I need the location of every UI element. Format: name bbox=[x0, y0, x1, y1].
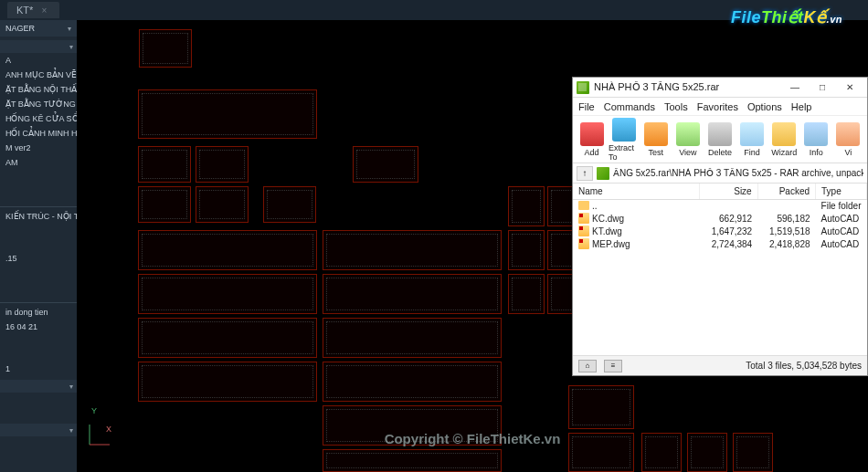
cad-sheet bbox=[196, 146, 249, 183]
cad-sheet bbox=[263, 186, 316, 223]
toolbar: AddExtract ToTestViewDeleteFindWizardInf… bbox=[573, 116, 867, 163]
cad-sheet bbox=[196, 186, 249, 223]
test-icon bbox=[644, 122, 668, 146]
menu-options[interactable]: Options bbox=[747, 101, 782, 112]
toolbar-label: Test bbox=[649, 148, 664, 157]
panel-title[interactable]: NAGER ▾ bbox=[0, 20, 77, 37]
menu-file[interactable]: File bbox=[578, 101, 595, 112]
cad-sheet bbox=[138, 230, 317, 270]
tree-item[interactable]: AM bbox=[0, 155, 77, 170]
menu-tools[interactable]: Tools bbox=[664, 101, 688, 112]
tree-item[interactable]: 16 04 21 bbox=[0, 320, 77, 334]
chevron-down-icon: ▾ bbox=[68, 25, 71, 33]
toolbar-label: View bbox=[679, 148, 696, 157]
winrar-window: NHÀ PHỐ 3 TẦNG 5x25.rar — □ ✕ File Comma… bbox=[572, 77, 868, 376]
cad-sheet bbox=[139, 29, 192, 68]
watermark-text: Copyright © FileThietKe.vn bbox=[77, 431, 868, 446]
winrar-icon bbox=[577, 81, 589, 94]
tree-item[interactable]: 1 bbox=[0, 362, 77, 376]
toolbar-label: Wizard bbox=[771, 148, 797, 157]
chevron-down-icon: ▾ bbox=[69, 383, 73, 391]
toolbar-label: Extract To bbox=[609, 143, 639, 162]
panel-collapse[interactable]: ▾ bbox=[0, 40, 77, 53]
panel-collapse[interactable]: ▾ bbox=[0, 424, 77, 436]
up-button[interactable]: ↑ bbox=[577, 166, 593, 181]
tree-item[interactable]: KIẾN TRÚC - NỘI T bbox=[0, 209, 77, 224]
file-row[interactable]: KC.dwg662,912596,182AutoCAD bbox=[573, 212, 867, 225]
folder-icon bbox=[578, 201, 589, 210]
chevron-down-icon: ▾ bbox=[69, 426, 73, 435]
toolbar-extract-to-button[interactable]: Extract To bbox=[609, 118, 639, 162]
cad-sheet bbox=[353, 146, 418, 183]
toolbar-delete-button[interactable]: Delete bbox=[704, 122, 735, 157]
add-icon bbox=[580, 122, 604, 146]
toolbar-add-button[interactable]: Add bbox=[577, 122, 607, 157]
maximize-button[interactable]: □ bbox=[809, 79, 836, 97]
col-name[interactable]: Name bbox=[573, 184, 700, 200]
menubar: File Commands Tools Favorites Options He… bbox=[573, 98, 867, 116]
toolbar-vi-button[interactable]: Vi bbox=[833, 122, 863, 157]
statusbar: ⌂ ≡ Total 3 files, 5,034,528 bytes bbox=[573, 355, 867, 375]
tree-item[interactable]: HỐNG KÊ CỬA SỔ bbox=[0, 111, 77, 126]
toolbar-info-button[interactable]: Info bbox=[801, 122, 831, 157]
window-title: NHÀ PHỐ 3 TẦNG 5x25.rar bbox=[594, 81, 781, 93]
pathbar: ↑ ẦNG 5x25.rar\NHÀ PHỐ 3 TẦNG 5x25 - RAR… bbox=[573, 163, 867, 184]
toolbar-wizard-button[interactable]: Wizard bbox=[769, 122, 799, 157]
drive-icon[interactable]: ≡ bbox=[604, 360, 622, 372]
tree-item[interactable]: ẶT BẰNG TƯỜNG XÂ bbox=[0, 97, 77, 111]
titlebar[interactable]: NHÀ PHỐ 3 TẦNG 5x25.rar — □ ✕ bbox=[573, 78, 867, 98]
close-button[interactable]: ✕ bbox=[836, 79, 863, 97]
cad-sheet bbox=[138, 186, 191, 223]
extract-to-icon bbox=[612, 118, 636, 142]
toolbar-label: Find bbox=[744, 148, 760, 157]
delete-icon bbox=[708, 122, 732, 146]
toolbar-label: Delete bbox=[708, 148, 732, 157]
panel-title-label: NAGER bbox=[5, 24, 35, 33]
cad-sheet bbox=[138, 274, 317, 314]
info-icon bbox=[804, 122, 828, 146]
tree-item[interactable]: ANH MỤC BẢN VẼ bbox=[0, 68, 77, 82]
drive-icon[interactable]: ⌂ bbox=[578, 360, 597, 372]
file-row[interactable]: MEP.dwg2,724,3842,418,828AutoCAD bbox=[573, 237, 867, 250]
tree-item[interactable]: A bbox=[0, 53, 77, 68]
tree-item[interactable]: M ver2 bbox=[0, 141, 77, 155]
tree-item[interactable]: ẶT BẰNG NỘI THẤT bbox=[0, 82, 77, 97]
sheet-set-manager-sidebar: NAGER ▾ ▾ A ANH MỤC BẢN VẼ ẶT BẰNG NỘI T… bbox=[0, 20, 77, 472]
cad-sheet bbox=[568, 385, 634, 429]
cad-sheet bbox=[323, 318, 502, 358]
cad-sheet bbox=[508, 230, 545, 270]
toolbar-label: Vi bbox=[845, 148, 852, 157]
view-icon bbox=[676, 122, 700, 146]
panel-collapse[interactable]: ▾ bbox=[0, 380, 77, 393]
cad-sheet bbox=[138, 318, 317, 358]
menu-help[interactable]: Help bbox=[791, 101, 812, 112]
dwg-file-icon bbox=[578, 226, 589, 236]
col-size[interactable]: Size bbox=[700, 184, 757, 200]
toolbar-find-button[interactable]: Find bbox=[737, 122, 767, 157]
cad-sheet bbox=[323, 230, 502, 270]
menu-commands[interactable]: Commands bbox=[604, 101, 655, 112]
menu-favorites[interactable]: Favorites bbox=[697, 101, 738, 112]
archive-path[interactable]: ẦNG 5x25.rar\NHÀ PHỐ 3 TẦNG 5x25 - RAR a… bbox=[613, 168, 863, 178]
cad-sheet bbox=[323, 449, 502, 472]
file-row[interactable]: KT.dwg1,647,2321,519,518AutoCAD bbox=[573, 225, 867, 237]
toolbar-view-button[interactable]: View bbox=[672, 122, 703, 157]
col-type[interactable]: Type bbox=[816, 184, 867, 200]
close-icon[interactable]: × bbox=[41, 5, 47, 16]
tree-item[interactable]: .15 bbox=[0, 251, 77, 266]
site-logo: FileThiếtKế.vn bbox=[731, 7, 842, 27]
toolbar-test-button[interactable]: Test bbox=[640, 122, 671, 157]
tree-item[interactable]: in dong tien bbox=[0, 305, 77, 320]
document-tab[interactable]: KT* × bbox=[7, 2, 59, 18]
cad-sheet bbox=[323, 274, 502, 314]
vi-icon bbox=[836, 122, 860, 146]
cad-sheet bbox=[508, 186, 545, 226]
minimize-button[interactable]: — bbox=[781, 79, 809, 97]
file-row[interactable]: ..File folder bbox=[573, 200, 867, 213]
chevron-down-icon: ▾ bbox=[69, 43, 73, 51]
col-packed[interactable]: Packed bbox=[757, 184, 815, 200]
status-text: Total 3 files, 5,034,528 bytes bbox=[630, 361, 862, 371]
cad-sheet bbox=[138, 362, 317, 402]
tree-item[interactable]: HỐI CẢNH MINH HỌ bbox=[0, 126, 77, 141]
cad-sheet bbox=[323, 362, 502, 402]
